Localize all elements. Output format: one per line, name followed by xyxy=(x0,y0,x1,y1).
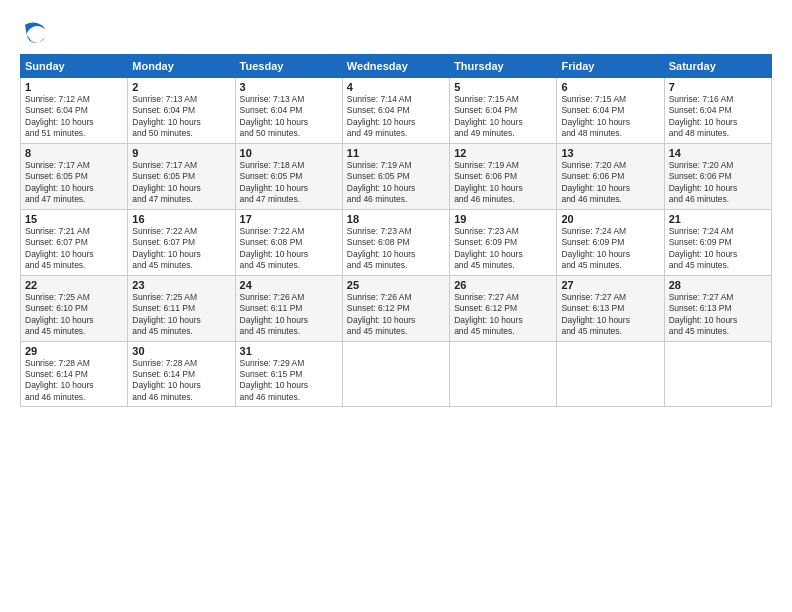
day-info: Sunrise: 7:19 AM Sunset: 6:06 PM Dayligh… xyxy=(454,160,552,206)
day-info: Sunrise: 7:28 AM Sunset: 6:14 PM Dayligh… xyxy=(132,358,230,404)
day-number: 8 xyxy=(25,147,123,159)
day-info: Sunrise: 7:13 AM Sunset: 6:04 PM Dayligh… xyxy=(240,94,338,140)
day-number: 27 xyxy=(561,279,659,291)
day-number: 3 xyxy=(240,81,338,93)
day-info: Sunrise: 7:22 AM Sunset: 6:08 PM Dayligh… xyxy=(240,226,338,272)
calendar-cell: 12Sunrise: 7:19 AM Sunset: 6:06 PM Dayli… xyxy=(450,143,557,209)
calendar-cell: 5Sunrise: 7:15 AM Sunset: 6:04 PM Daylig… xyxy=(450,78,557,144)
calendar-cell: 18Sunrise: 7:23 AM Sunset: 6:08 PM Dayli… xyxy=(342,209,449,275)
calendar-header-saturday: Saturday xyxy=(664,55,771,78)
calendar-cell: 9Sunrise: 7:17 AM Sunset: 6:05 PM Daylig… xyxy=(128,143,235,209)
day-number: 4 xyxy=(347,81,445,93)
calendar-cell: 20Sunrise: 7:24 AM Sunset: 6:09 PM Dayli… xyxy=(557,209,664,275)
page: SundayMondayTuesdayWednesdayThursdayFrid… xyxy=(0,0,792,612)
day-number: 18 xyxy=(347,213,445,225)
day-info: Sunrise: 7:25 AM Sunset: 6:10 PM Dayligh… xyxy=(25,292,123,338)
calendar-cell: 11Sunrise: 7:19 AM Sunset: 6:05 PM Dayli… xyxy=(342,143,449,209)
calendar-week-row: 22Sunrise: 7:25 AM Sunset: 6:10 PM Dayli… xyxy=(21,275,772,341)
calendar-cell: 8Sunrise: 7:17 AM Sunset: 6:05 PM Daylig… xyxy=(21,143,128,209)
day-info: Sunrise: 7:16 AM Sunset: 6:04 PM Dayligh… xyxy=(669,94,767,140)
logo-icon xyxy=(20,18,50,48)
calendar-cell xyxy=(664,341,771,407)
calendar-cell: 30Sunrise: 7:28 AM Sunset: 6:14 PM Dayli… xyxy=(128,341,235,407)
day-info: Sunrise: 7:13 AM Sunset: 6:04 PM Dayligh… xyxy=(132,94,230,140)
day-info: Sunrise: 7:28 AM Sunset: 6:14 PM Dayligh… xyxy=(25,358,123,404)
calendar-cell: 3Sunrise: 7:13 AM Sunset: 6:04 PM Daylig… xyxy=(235,78,342,144)
calendar-cell: 6Sunrise: 7:15 AM Sunset: 6:04 PM Daylig… xyxy=(557,78,664,144)
calendar-cell: 25Sunrise: 7:26 AM Sunset: 6:12 PM Dayli… xyxy=(342,275,449,341)
calendar-table: SundayMondayTuesdayWednesdayThursdayFrid… xyxy=(20,54,772,407)
day-info: Sunrise: 7:19 AM Sunset: 6:05 PM Dayligh… xyxy=(347,160,445,206)
day-info: Sunrise: 7:17 AM Sunset: 6:05 PM Dayligh… xyxy=(25,160,123,206)
calendar-cell: 4Sunrise: 7:14 AM Sunset: 6:04 PM Daylig… xyxy=(342,78,449,144)
day-info: Sunrise: 7:15 AM Sunset: 6:04 PM Dayligh… xyxy=(454,94,552,140)
day-number: 23 xyxy=(132,279,230,291)
calendar-header-wednesday: Wednesday xyxy=(342,55,449,78)
day-number: 5 xyxy=(454,81,552,93)
day-info: Sunrise: 7:24 AM Sunset: 6:09 PM Dayligh… xyxy=(669,226,767,272)
calendar-header-thursday: Thursday xyxy=(450,55,557,78)
calendar-cell: 29Sunrise: 7:28 AM Sunset: 6:14 PM Dayli… xyxy=(21,341,128,407)
day-number: 11 xyxy=(347,147,445,159)
day-info: Sunrise: 7:15 AM Sunset: 6:04 PM Dayligh… xyxy=(561,94,659,140)
calendar-cell: 22Sunrise: 7:25 AM Sunset: 6:10 PM Dayli… xyxy=(21,275,128,341)
header xyxy=(20,18,772,48)
calendar-cell: 23Sunrise: 7:25 AM Sunset: 6:11 PM Dayli… xyxy=(128,275,235,341)
calendar-cell: 1Sunrise: 7:12 AM Sunset: 6:04 PM Daylig… xyxy=(21,78,128,144)
day-info: Sunrise: 7:20 AM Sunset: 6:06 PM Dayligh… xyxy=(561,160,659,206)
calendar-cell: 28Sunrise: 7:27 AM Sunset: 6:13 PM Dayli… xyxy=(664,275,771,341)
day-number: 30 xyxy=(132,345,230,357)
day-number: 22 xyxy=(25,279,123,291)
day-number: 20 xyxy=(561,213,659,225)
day-info: Sunrise: 7:12 AM Sunset: 6:04 PM Dayligh… xyxy=(25,94,123,140)
calendar-cell xyxy=(450,341,557,407)
calendar-week-row: 15Sunrise: 7:21 AM Sunset: 6:07 PM Dayli… xyxy=(21,209,772,275)
day-number: 10 xyxy=(240,147,338,159)
day-number: 9 xyxy=(132,147,230,159)
day-number: 2 xyxy=(132,81,230,93)
calendar-cell: 2Sunrise: 7:13 AM Sunset: 6:04 PM Daylig… xyxy=(128,78,235,144)
day-number: 26 xyxy=(454,279,552,291)
calendar-cell xyxy=(557,341,664,407)
calendar-week-row: 8Sunrise: 7:17 AM Sunset: 6:05 PM Daylig… xyxy=(21,143,772,209)
calendar-header-friday: Friday xyxy=(557,55,664,78)
day-info: Sunrise: 7:27 AM Sunset: 6:13 PM Dayligh… xyxy=(561,292,659,338)
day-number: 12 xyxy=(454,147,552,159)
day-number: 16 xyxy=(132,213,230,225)
calendar-cell: 19Sunrise: 7:23 AM Sunset: 6:09 PM Dayli… xyxy=(450,209,557,275)
logo xyxy=(20,18,54,48)
calendar-cell: 31Sunrise: 7:29 AM Sunset: 6:15 PM Dayli… xyxy=(235,341,342,407)
day-number: 7 xyxy=(669,81,767,93)
calendar-cell: 17Sunrise: 7:22 AM Sunset: 6:08 PM Dayli… xyxy=(235,209,342,275)
calendar-cell xyxy=(342,341,449,407)
day-info: Sunrise: 7:23 AM Sunset: 6:08 PM Dayligh… xyxy=(347,226,445,272)
day-info: Sunrise: 7:26 AM Sunset: 6:12 PM Dayligh… xyxy=(347,292,445,338)
calendar-cell: 16Sunrise: 7:22 AM Sunset: 6:07 PM Dayli… xyxy=(128,209,235,275)
day-number: 25 xyxy=(347,279,445,291)
day-info: Sunrise: 7:21 AM Sunset: 6:07 PM Dayligh… xyxy=(25,226,123,272)
day-number: 24 xyxy=(240,279,338,291)
day-info: Sunrise: 7:14 AM Sunset: 6:04 PM Dayligh… xyxy=(347,94,445,140)
day-info: Sunrise: 7:18 AM Sunset: 6:05 PM Dayligh… xyxy=(240,160,338,206)
calendar-cell: 21Sunrise: 7:24 AM Sunset: 6:09 PM Dayli… xyxy=(664,209,771,275)
day-number: 21 xyxy=(669,213,767,225)
calendar-header-monday: Monday xyxy=(128,55,235,78)
day-info: Sunrise: 7:22 AM Sunset: 6:07 PM Dayligh… xyxy=(132,226,230,272)
day-number: 1 xyxy=(25,81,123,93)
calendar-week-row: 1Sunrise: 7:12 AM Sunset: 6:04 PM Daylig… xyxy=(21,78,772,144)
calendar-cell: 24Sunrise: 7:26 AM Sunset: 6:11 PM Dayli… xyxy=(235,275,342,341)
calendar-cell: 7Sunrise: 7:16 AM Sunset: 6:04 PM Daylig… xyxy=(664,78,771,144)
day-number: 14 xyxy=(669,147,767,159)
calendar-header-tuesday: Tuesday xyxy=(235,55,342,78)
day-number: 31 xyxy=(240,345,338,357)
day-number: 6 xyxy=(561,81,659,93)
calendar-cell: 15Sunrise: 7:21 AM Sunset: 6:07 PM Dayli… xyxy=(21,209,128,275)
day-info: Sunrise: 7:29 AM Sunset: 6:15 PM Dayligh… xyxy=(240,358,338,404)
day-info: Sunrise: 7:17 AM Sunset: 6:05 PM Dayligh… xyxy=(132,160,230,206)
day-number: 17 xyxy=(240,213,338,225)
day-number: 19 xyxy=(454,213,552,225)
calendar-cell: 14Sunrise: 7:20 AM Sunset: 6:06 PM Dayli… xyxy=(664,143,771,209)
day-number: 13 xyxy=(561,147,659,159)
day-info: Sunrise: 7:24 AM Sunset: 6:09 PM Dayligh… xyxy=(561,226,659,272)
calendar-cell: 27Sunrise: 7:27 AM Sunset: 6:13 PM Dayli… xyxy=(557,275,664,341)
